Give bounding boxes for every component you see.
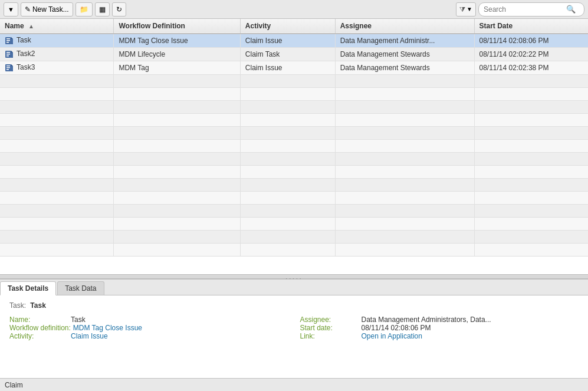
svg-rect-13 bbox=[6, 65, 10, 67]
filter-area: ⧩ ▼ 🔍 bbox=[456, 2, 584, 17]
cell-activity: Claim Task bbox=[240, 48, 335, 61]
detail-row-assignee: Assignee: Data Management Administrators… bbox=[300, 316, 579, 324]
resize-handle[interactable]: ..... bbox=[0, 274, 588, 279]
svg-rect-15 bbox=[6, 69, 9, 70]
details-left-col: Name: Task Workflow definition: MDM Tag … bbox=[9, 316, 288, 340]
task-title-row: Task: Task bbox=[9, 301, 579, 310]
cell-activity: Claim Issue bbox=[240, 61, 335, 75]
open-in-application-link[interactable]: Open in Application bbox=[362, 332, 422, 340]
filter-down-button[interactable]: ▼ bbox=[4, 2, 18, 17]
task-details-content: Task: Task Name: Task Workflow definitio… bbox=[0, 295, 588, 346]
assignee-value: Data Management Administrators, Data... bbox=[362, 316, 491, 324]
table-row-empty bbox=[0, 205, 588, 218]
new-task-button[interactable]: ✎ New Task... bbox=[21, 2, 73, 17]
table-row-empty bbox=[0, 88, 588, 101]
table-header: Name ▲ Workflow Definition Activity Assi… bbox=[0, 19, 588, 34]
activity-label: Activity: bbox=[9, 332, 68, 340]
detail-row-activity: Activity: Claim Issue bbox=[9, 332, 288, 340]
details-grid: Name: Task Workflow definition: MDM Tag … bbox=[9, 316, 579, 340]
table-row-empty bbox=[0, 153, 588, 166]
cell-assignee: Data Management Stewards bbox=[335, 48, 474, 61]
cell-activity: Claim Issue bbox=[240, 34, 335, 48]
task-table: Name ▲ Workflow Definition Activity Assi… bbox=[0, 19, 588, 274]
tab-task-data[interactable]: Task Data bbox=[57, 281, 104, 295]
table-row-empty bbox=[0, 140, 588, 153]
svg-marker-16 bbox=[11, 64, 13, 66]
link-label: Link: bbox=[300, 332, 359, 340]
status-bar: Claim bbox=[0, 378, 588, 391]
cell-startdate: 08/11/14 02:02:38 PM bbox=[474, 61, 588, 75]
new-task-icon: ✎ bbox=[25, 5, 31, 14]
column-header-assignee[interactable]: Assignee bbox=[335, 19, 474, 34]
svg-rect-8 bbox=[6, 54, 10, 55]
svg-rect-11 bbox=[11, 52, 13, 58]
table-row-empty bbox=[0, 244, 588, 257]
task-title-value: Task bbox=[30, 301, 45, 310]
table-row-empty bbox=[0, 114, 588, 127]
svg-rect-2 bbox=[6, 40, 10, 41]
open-folder-button[interactable]: 📁 bbox=[75, 2, 93, 17]
search-box[interactable]: 🔍 bbox=[478, 2, 584, 17]
view-button[interactable]: ▦ bbox=[95, 2, 110, 17]
svg-rect-17 bbox=[11, 66, 13, 71]
folder-icon: 📁 bbox=[80, 5, 88, 14]
table-row-empty bbox=[0, 218, 588, 231]
search-input[interactable] bbox=[484, 5, 566, 14]
activity-value-link[interactable]: Claim Issue bbox=[71, 332, 108, 340]
refresh-button[interactable]: ↻ bbox=[112, 2, 126, 17]
cell-workflow: MDM Lifecycle bbox=[114, 48, 240, 61]
status-text: Claim bbox=[5, 381, 23, 389]
cell-assignee: Data Management Administr... bbox=[335, 34, 474, 48]
toolbar: ▼ ✎ New Task... 📁 ▦ ↻ ⧩ ▼ 🔍 bbox=[0, 0, 588, 19]
detail-row-workflow: Workflow definition: MDM Tag Close Issue bbox=[9, 324, 288, 332]
table-row[interactable]: Task2 MDM Lifecycle Claim Task Data Mana… bbox=[0, 48, 588, 61]
column-header-workflow[interactable]: Workflow Definition bbox=[114, 19, 240, 34]
sort-arrow-icon: ▲ bbox=[28, 23, 34, 29]
task-title-prefix: Task: bbox=[9, 301, 28, 310]
bottom-panel: Task Details Task Data Task: Task Name: … bbox=[0, 279, 588, 391]
column-header-name[interactable]: Name ▲ bbox=[0, 19, 114, 34]
filter-arrow-icon: ▼ bbox=[467, 6, 472, 12]
refresh-icon: ↻ bbox=[116, 5, 122, 14]
svg-rect-5 bbox=[11, 39, 13, 44]
tab-task-details[interactable]: Task Details bbox=[0, 281, 56, 295]
table-row-empty bbox=[0, 179, 588, 192]
workflow-label: Workflow definition: bbox=[9, 324, 71, 332]
table-row-empty bbox=[0, 231, 588, 244]
new-task-label: New Task... bbox=[32, 5, 69, 14]
filter-button[interactable]: ⧩ ▼ bbox=[456, 2, 476, 17]
cell-name: Task2 bbox=[0, 48, 114, 61]
column-header-activity[interactable]: Activity bbox=[240, 19, 335, 34]
cell-assignee: Data Management Stewards bbox=[335, 61, 474, 75]
detail-row-link: Link: Open in Application bbox=[300, 332, 579, 340]
name-label: Name: bbox=[9, 316, 68, 324]
table-row[interactable]: Task MDM Tag Close Issue Claim Issue Dat… bbox=[0, 34, 588, 48]
detail-row-name: Name: Task bbox=[9, 316, 288, 324]
cell-name: Task3 bbox=[0, 61, 114, 75]
cell-workflow: MDM Tag Close Issue bbox=[114, 34, 240, 48]
table-row-empty bbox=[0, 75, 588, 88]
cell-startdate: 08/11/14 02:02:22 PM bbox=[474, 48, 588, 61]
cell-workflow: MDM Tag bbox=[114, 61, 240, 75]
table-row-empty bbox=[0, 101, 588, 114]
table-row-empty bbox=[0, 127, 588, 140]
svg-marker-4 bbox=[11, 37, 13, 39]
svg-rect-1 bbox=[6, 38, 10, 40]
table-row[interactable]: Task3 MDM Tag Claim Issue Data Managemen… bbox=[0, 61, 588, 75]
svg-marker-10 bbox=[11, 51, 13, 52]
svg-rect-3 bbox=[6, 42, 9, 43]
column-header-startdate[interactable]: Start Date bbox=[474, 19, 588, 34]
funnel-icon: ⧩ bbox=[459, 5, 465, 14]
cell-name: Task bbox=[0, 34, 114, 48]
svg-rect-7 bbox=[6, 52, 10, 53]
assignee-label: Assignee: bbox=[300, 316, 359, 324]
filter-down-icon: ▼ bbox=[8, 6, 14, 13]
svg-rect-9 bbox=[6, 55, 9, 57]
svg-rect-14 bbox=[6, 67, 10, 68]
details-right-col: Assignee: Data Management Administrators… bbox=[300, 316, 579, 340]
workflow-value-link[interactable]: MDM Tag Close Issue bbox=[73, 324, 142, 332]
search-icon: 🔍 bbox=[566, 5, 576, 14]
table-row-empty bbox=[0, 192, 588, 205]
view-icon: ▦ bbox=[99, 5, 106, 14]
name-value: Task bbox=[71, 316, 86, 324]
